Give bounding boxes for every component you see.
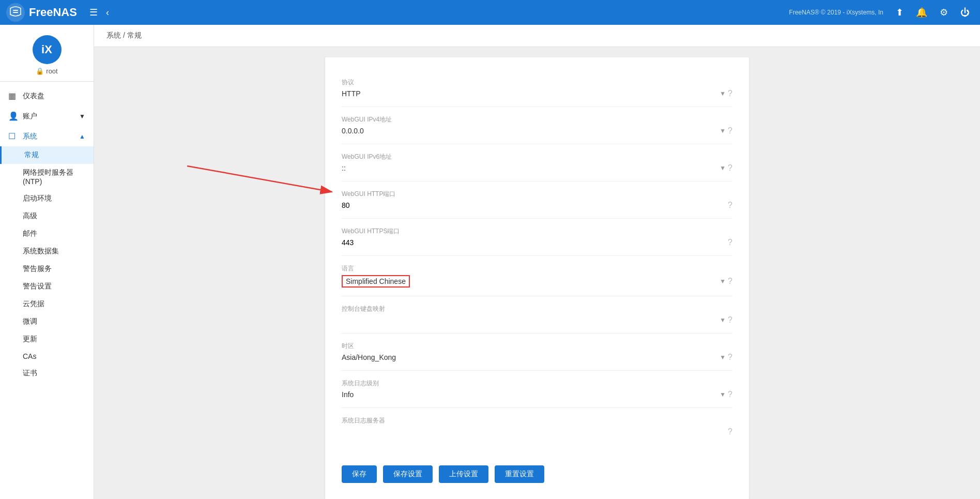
gear-icon: ⚙ xyxy=(940,7,948,18)
sidebar-subitem-label-email: 邮件 xyxy=(23,229,37,237)
help-icon-language[interactable]: ? xyxy=(728,277,732,286)
copyright-text: FreeNAS® © 2019 - iXsystems, In xyxy=(789,9,883,16)
actions-console-keymap: ▼ ? xyxy=(719,315,732,325)
upload-button[interactable]: ⬆ xyxy=(892,3,908,22)
power-button[interactable]: ⏻ xyxy=(956,3,974,22)
value-https-port[interactable] xyxy=(342,238,724,247)
actions-syslog-server: ? xyxy=(728,427,732,436)
help-icon-console-keymap[interactable]: ? xyxy=(728,315,732,325)
settings-form: 协议 HTTP ▼ ? WebGUI IPv4地址 0.0.0.0 ▼ ? xyxy=(325,57,749,499)
top-nav-actions: FreeNAS® © 2019 - iXsystems, In ⬆ 🔔 ⚙ ⏻ xyxy=(789,3,974,22)
sidebar-item-accounts[interactable]: 👤 账户 ▼ xyxy=(0,106,94,126)
actions-ipv6: ▼ ? xyxy=(719,163,732,173)
input-http-port[interactable] xyxy=(342,201,724,209)
sidebar-item-label-accounts: 账户 xyxy=(23,112,37,121)
sidebar-subitem-label-certs: 证书 xyxy=(23,369,37,377)
help-icon-ipv4[interactable]: ? xyxy=(728,126,732,135)
field-syslog-server: 系统日志服务器 ? xyxy=(342,408,732,445)
help-icon-syslog-server[interactable]: ? xyxy=(728,427,732,436)
value-log-level: Info xyxy=(342,390,715,399)
sidebar-subitem-general[interactable]: 常规 xyxy=(0,146,94,164)
upload-icon: ⬆ xyxy=(896,7,904,18)
sidebar-subitem-alertsettings[interactable]: 警告设置 xyxy=(0,278,94,295)
chevron-down-icon: ▼ xyxy=(79,113,85,120)
upload-button[interactable]: 上传设置 xyxy=(439,465,488,483)
label-protocol: 协议 xyxy=(342,78,732,87)
sidebar-subitem-ntp[interactable]: 网络授时服务器(NTP) xyxy=(0,164,94,190)
dropdown-icon-ipv4[interactable]: ▼ xyxy=(719,127,726,134)
collapse-button[interactable]: ‹ xyxy=(102,3,113,22)
value-http-port[interactable] xyxy=(342,201,724,209)
sidebar-subitem-cas[interactable]: CAs xyxy=(0,348,94,365)
sidebar-subitem-certs[interactable]: 证书 xyxy=(0,365,94,382)
bell-icon: 🔔 xyxy=(916,7,927,18)
dropdown-icon-log-level[interactable]: ▼ xyxy=(719,391,726,398)
breadcrumb-current: 常规 xyxy=(127,31,142,39)
lock-icon: 🔒 xyxy=(36,67,44,75)
sidebar-subitem-label-advanced: 高级 xyxy=(23,211,37,220)
dropdown-icon-protocol[interactable]: ▼ xyxy=(719,90,726,97)
help-icon-log-level[interactable]: ? xyxy=(728,390,732,399)
label-http-port: WebGUI HTTP端口 xyxy=(342,190,732,199)
value-language: Simplified Chinese xyxy=(342,275,715,288)
actions-https-port: ? xyxy=(728,238,732,247)
top-navigation: FreeNAS ☰ ‹ FreeNAS® © 2019 - iXsystems,… xyxy=(0,0,980,25)
sidebar-subitem-boot[interactable]: 启动环境 xyxy=(0,190,94,207)
breadcrumb-separator: / xyxy=(123,31,127,39)
annotation-arrow xyxy=(182,161,347,202)
help-icon-protocol[interactable]: ? xyxy=(728,89,732,98)
value-ipv4: 0.0.0.0 xyxy=(342,127,715,135)
field-ipv6: WebGUI IPv6地址 :: ▼ ? xyxy=(342,144,732,182)
freenas-logo-icon xyxy=(6,3,25,22)
input-https-port[interactable] xyxy=(342,238,724,247)
sidebar-subitem-alertservice[interactable]: 警告服务 xyxy=(0,260,94,278)
sidebar-subitem-email[interactable]: 邮件 xyxy=(0,225,94,243)
value-ipv6: :: xyxy=(342,164,715,172)
input-syslog-server[interactable] xyxy=(342,428,724,436)
value-syslog-server[interactable] xyxy=(342,428,724,436)
dropdown-icon-language[interactable]: ▼ xyxy=(719,278,726,285)
sidebar-subitem-cloudsync[interactable]: 云凭据 xyxy=(0,295,94,313)
avatar: iX xyxy=(33,35,62,64)
sidebar-subitem-tunable[interactable]: 微调 xyxy=(0,313,94,330)
actions-protocol: ▼ ? xyxy=(719,89,732,98)
field-log-level: 系统日志级别 Info ▼ ? xyxy=(342,371,732,408)
svg-line-2 xyxy=(187,166,332,192)
help-icon-ipv6[interactable]: ? xyxy=(728,163,732,173)
notifications-button[interactable]: 🔔 xyxy=(912,3,931,22)
dropdown-icon-ipv6[interactable]: ▼ xyxy=(719,164,726,172)
settings-button[interactable]: ⚙ xyxy=(936,3,952,22)
dropdown-icon-timezone[interactable]: ▼ xyxy=(719,354,726,361)
dropdown-icon-console-keymap[interactable]: ▼ xyxy=(719,316,726,324)
form-buttons: 保存 保存设置 上传设置 重置设置 xyxy=(342,457,732,483)
sidebar-subitem-label-dataset: 系统数据集 xyxy=(23,247,59,255)
sidebar-subitem-update[interactable]: 更新 xyxy=(0,330,94,348)
reset-button[interactable]: 重置设置 xyxy=(495,465,544,483)
sidebar-item-dashboard[interactable]: ▦ 仪表盘 xyxy=(0,86,94,106)
actions-timezone: ▼ ? xyxy=(719,353,732,362)
accounts-icon: 👤 xyxy=(8,111,19,121)
sidebar-subitem-dataset[interactable]: 系统数据集 xyxy=(0,243,94,260)
save-button[interactable]: 保存 xyxy=(342,465,377,483)
sidebar-item-system[interactable]: ☐ 系统 ▲ xyxy=(0,126,94,146)
sidebar-subitem-label-ntp: 网络授时服务器(NTP) xyxy=(23,168,73,186)
sidebar-subitem-label-boot: 启动环境 xyxy=(23,194,52,202)
sidebar-subitem-advanced[interactable]: 高级 xyxy=(0,207,94,225)
dashboard-icon: ▦ xyxy=(8,91,19,101)
help-icon-http-port[interactable]: ? xyxy=(728,201,732,210)
sidebar-user: iX 🔒 root xyxy=(0,25,94,82)
sidebar-item-label-dashboard: 仪表盘 xyxy=(23,92,44,101)
field-language: 语言 Simplified Chinese ▼ ? xyxy=(342,256,732,296)
help-icon-timezone[interactable]: ? xyxy=(728,353,732,362)
label-language: 语言 xyxy=(342,264,732,273)
username-text: root xyxy=(46,67,57,75)
help-icon-https-port[interactable]: ? xyxy=(728,238,732,247)
sidebar-nav: ▦ 仪表盘 👤 账户 ▼ ☐ 系统 ▲ 常规 网络授时服务器(NTP) 启动环境 xyxy=(0,82,94,386)
actions-http-port: ? xyxy=(728,201,732,210)
field-ipv4: WebGUI IPv4地址 0.0.0.0 ▼ ? xyxy=(342,107,732,144)
content-area: 系统 / 常规 协议 HTTP ▼ xyxy=(94,25,980,499)
label-log-level: 系统日志级别 xyxy=(342,379,732,388)
username-display: 🔒 root xyxy=(36,67,57,75)
save-config-button[interactable]: 保存设置 xyxy=(383,465,433,483)
menu-toggle-button[interactable]: ☰ xyxy=(85,3,102,22)
